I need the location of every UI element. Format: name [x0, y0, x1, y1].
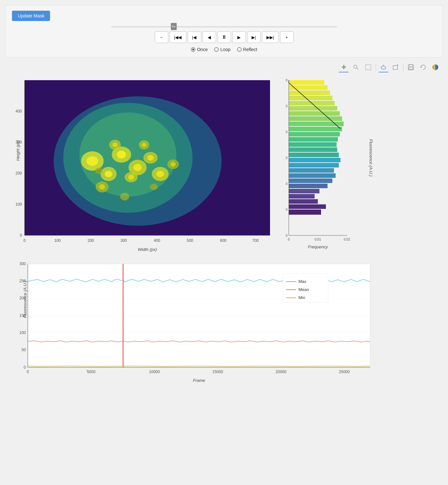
save-icon[interactable] [406, 63, 416, 72]
svg-rect-64 [289, 173, 336, 178]
loop-label: Loop [220, 47, 230, 52]
svg-rect-10 [409, 68, 413, 70]
control-panel: Update Mask ≡ − |◀◀ |◀ ◀ ⏸ ▶ ▶| ▶▶| + On… [5, 5, 443, 58]
svg-text:300: 300 [19, 262, 26, 266]
toolbar-separator-1 [376, 64, 376, 71]
svg-rect-77 [289, 106, 337, 111]
svg-rect-2 [366, 65, 371, 70]
svg-text:Frequency: Frequency [308, 244, 328, 249]
svg-text:200: 200 [88, 238, 94, 243]
svg-text:10000: 10000 [149, 370, 160, 374]
zoom-icon[interactable] [351, 63, 361, 72]
lasso-icon[interactable] [379, 63, 388, 72]
svg-line-1 [357, 68, 358, 70]
svg-text:0: 0 [286, 234, 287, 237]
svg-text:250: 250 [286, 104, 287, 108]
svg-text:15000: 15000 [212, 370, 223, 374]
svg-point-17 [87, 156, 98, 166]
svg-text:0.02: 0.02 [344, 238, 350, 241]
go-to-end-button[interactable]: ▶▶| [262, 31, 279, 43]
svg-point-39 [150, 184, 158, 190]
svg-point-38 [120, 193, 129, 200]
playback-mode-once[interactable]: Once [191, 47, 208, 52]
svg-point-23 [133, 164, 142, 171]
image-plot-container: Height (px) [5, 74, 283, 255]
svg-rect-63 [289, 178, 332, 183]
playback-mode-loop[interactable]: Loop [214, 47, 230, 52]
svg-rect-5 [393, 66, 398, 70]
playback-mode-row: Once Loop Reflect [12, 47, 436, 52]
svg-point-19 [105, 171, 112, 177]
svg-rect-59 [289, 199, 318, 204]
svg-point-25 [147, 155, 154, 161]
svg-text:400: 400 [16, 109, 22, 113]
svg-rect-60 [289, 194, 315, 199]
svg-point-37 [171, 162, 176, 167]
pause-button[interactable]: ⏸ [217, 31, 231, 43]
once-label: Once [197, 47, 208, 52]
increase-speed-button[interactable]: + [280, 31, 294, 43]
decrease-speed-button[interactable]: − [155, 31, 168, 43]
svg-text:Max: Max [298, 279, 307, 284]
reflect-label: Reflect [243, 47, 257, 52]
histogram-container: 0 0.01 0.02 0 50 100 150 200 250 300 Fre… [286, 74, 376, 255]
svg-point-27 [156, 171, 164, 177]
svg-text:100: 100 [19, 330, 26, 335]
svg-text:Width (px): Width (px) [138, 247, 157, 252]
pan-icon[interactable]: ✛ [339, 63, 349, 72]
svg-text:0: 0 [27, 370, 29, 374]
playback-controls-row: − |◀◀ |◀ ◀ ⏸ ▶ ▶| ▶▶| + [12, 31, 436, 43]
add-patch-icon[interactable] [391, 63, 401, 72]
svg-text:Fluorescence (A.U.): Fluorescence (A.U.) [369, 139, 373, 177]
svg-text:Min: Min [298, 295, 305, 300]
prev-frame-button[interactable]: |◀ [188, 31, 201, 43]
svg-text:200: 200 [16, 171, 22, 176]
svg-rect-79 [289, 96, 332, 100]
svg-point-29 [128, 175, 134, 180]
image-y-axis-label: Height (px) [16, 140, 20, 161]
playback-mode-reflect[interactable]: Reflect [237, 47, 257, 52]
svg-rect-76 [289, 111, 340, 116]
svg-point-33 [142, 143, 146, 147]
svg-text:700: 700 [252, 238, 259, 243]
svg-text:300: 300 [286, 79, 287, 82]
svg-text:500: 500 [187, 238, 193, 243]
svg-text:0: 0 [288, 238, 290, 241]
colormap-icon[interactable] [431, 63, 440, 72]
svg-rect-74 [289, 122, 344, 126]
svg-rect-71 [289, 137, 338, 142]
svg-text:5000: 5000 [87, 370, 96, 374]
svg-point-3 [381, 66, 386, 69]
reflect-radio[interactable] [237, 47, 242, 52]
svg-rect-75 [289, 116, 342, 121]
svg-point-40 [95, 167, 103, 174]
svg-point-11 [432, 64, 438, 70]
svg-rect-65 [289, 168, 334, 173]
playback-slider-row: ≡ [12, 26, 436, 27]
svg-text:150: 150 [286, 156, 287, 160]
playback-slider-track[interactable]: ≡ [111, 26, 337, 27]
svg-text:20000: 20000 [276, 370, 287, 374]
svg-point-21 [117, 151, 126, 158]
svg-rect-68 [289, 153, 339, 157]
svg-rect-9 [409, 65, 412, 67]
svg-text:0: 0 [24, 238, 26, 243]
svg-rect-70 [289, 142, 337, 147]
step-forward-button[interactable]: ▶| [247, 31, 261, 43]
svg-text:100: 100 [54, 238, 61, 243]
play-button[interactable]: ▶ [232, 31, 246, 43]
go-to-start-button[interactable]: |◀◀ [170, 31, 186, 43]
once-radio[interactable] [191, 47, 195, 52]
step-back-button[interactable]: ◀ [203, 31, 216, 43]
svg-text:25000: 25000 [339, 370, 350, 374]
playback-slider-thumb[interactable]: ≡ [171, 23, 177, 30]
loop-radio[interactable] [214, 47, 219, 52]
reset-icon[interactable] [418, 63, 428, 72]
box-select-icon[interactable] [363, 63, 373, 72]
svg-text:200: 200 [286, 130, 287, 134]
svg-rect-72 [289, 132, 340, 136]
svg-rect-57 [289, 210, 321, 215]
svg-rect-80 [289, 91, 330, 95]
update-mask-button[interactable]: Update Mask [12, 11, 50, 21]
svg-text:100: 100 [16, 202, 22, 207]
